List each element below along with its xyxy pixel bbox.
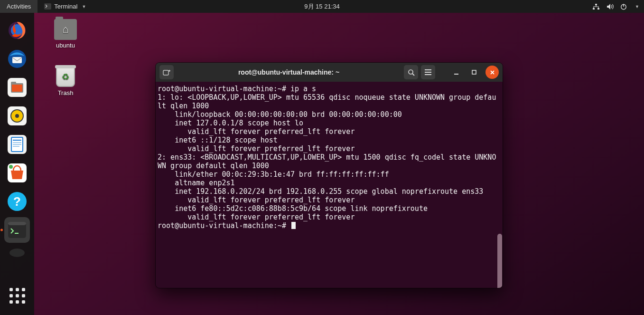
svg-point-31 [9,248,25,257]
svg-rect-0 [44,3,51,10]
dock-app-thunderbird[interactable] [4,46,30,72]
window-title: root@ubuntu-virtual-machine: ~ [177,68,401,76]
show-applications-button[interactable] [4,283,30,308]
terminal-cursor [291,222,296,229]
activities-button[interactable]: Activities [0,0,37,13]
terminal-scrollbar[interactable] [497,234,502,288]
svg-rect-41 [472,70,476,74]
top-bar: Activities Terminal ▼ 9月 15 21:34 ▼ [0,0,644,13]
window-titlebar[interactable]: root@ubuntu-virtual-machine: ~ [156,63,503,82]
svg-rect-29 [8,222,26,225]
chevron-down-icon: ▼ [82,4,86,9]
svg-rect-3 [597,8,599,10]
svg-line-36 [412,74,414,76]
desktop-icon-home[interactable]: ⌂ ubuntu [47,19,84,49]
dock-app-firefox[interactable] [4,18,30,43]
svg-rect-2 [593,8,595,10]
recycle-icon: ♻ [57,68,74,86]
clock-label: 9月 15 21:34 [304,3,339,10]
terminal-output: 1: lo: <LOOPBACK,UP,LOWER_UP> mtu 65536 … [158,93,496,221]
dock-app-rhythmbox[interactable] [4,103,30,129]
new-tab-button[interactable] [159,65,174,79]
clock[interactable]: 9月 15 21:34 [304,2,339,11]
search-button[interactable] [404,65,418,79]
svg-point-35 [409,70,413,74]
maximize-button[interactable] [467,66,481,79]
home-icon: ⌂ [62,23,68,36]
dock: ? [0,13,34,315]
app-menu-label: Terminal [54,3,77,10]
terminal-window: root@ubuntu-virtual-machine: ~ root@ubun… [156,63,503,288]
svg-rect-1 [595,4,597,5]
svg-point-17 [15,114,19,118]
terminal-command-1: ip a s [290,85,316,93]
desktop-icon-home-label: ubuntu [47,42,84,49]
dock-app-writer[interactable] [4,132,30,157]
svg-rect-32 [163,70,168,75]
hamburger-menu-button[interactable] [421,65,435,79]
minimize-button[interactable] [449,66,463,79]
svg-rect-9 [12,57,22,63]
power-icon[interactable] [620,3,627,10]
svg-rect-13 [12,85,22,92]
dock-app-files[interactable] [4,75,30,100]
dock-app-terminal[interactable] [4,217,30,243]
dock-app-help[interactable]: ? [4,189,30,214]
svg-text:?: ? [13,194,21,209]
terminal-body[interactable]: root@ubuntu-virtual-machine:~# ip a s 1:… [156,82,503,288]
desktop-icon-trash[interactable]: ♻ Trash [47,67,84,96]
app-menu-button[interactable]: Terminal ▼ [37,0,93,13]
dock-app-software[interactable] [4,160,30,186]
terminal-prompt-1: root@ubuntu-virtual-machine:~# [158,85,286,93]
desktop-icon-trash-label: Trash [47,89,84,96]
close-button[interactable] [485,66,499,79]
network-icon[interactable] [592,3,600,10]
system-menu-chevron-icon[interactable]: ▼ [635,4,639,9]
terminal-prompt-2: root@ubuntu-virtual-machine:~# [158,221,286,230]
dock-updates-indicator[interactable] [4,246,30,260]
volume-icon[interactable] [607,3,614,10]
activities-label: Activities [7,3,31,10]
terminal-small-icon [44,3,51,10]
svg-point-25 [9,165,13,169]
svg-rect-12 [11,82,16,84]
